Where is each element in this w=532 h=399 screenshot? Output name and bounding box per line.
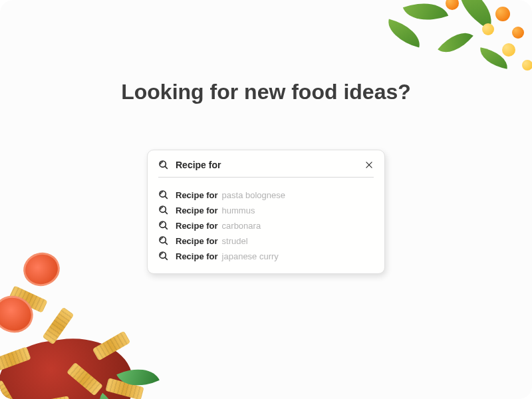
svg-line-5 (165, 196, 167, 198)
search-icon (158, 190, 169, 200)
suggestions-list: Recipe for pasta bolognese Recipe for hu… (158, 190, 374, 265)
decor-top-right (379, 0, 532, 93)
svg-line-1 (165, 166, 167, 168)
suggestion-item[interactable]: Recipe for strudel (158, 235, 374, 246)
clear-icon[interactable] (364, 160, 374, 170)
search-input-row (158, 160, 374, 178)
page-container: Looking for new food ideas? (0, 0, 532, 399)
search-icon (158, 160, 169, 170)
suggestion-prefix: Recipe for (176, 251, 218, 261)
svg-line-11 (165, 242, 167, 244)
svg-line-13 (165, 257, 167, 259)
search-icon (158, 251, 169, 261)
search-input[interactable] (176, 160, 364, 170)
suggestion-item[interactable]: Recipe for japanese curry (158, 251, 374, 261)
search-icon (158, 205, 169, 215)
suggestion-term: hummus (222, 205, 255, 215)
suggestion-prefix: Recipe for (176, 221, 218, 231)
suggestion-term: strudel (222, 236, 248, 246)
svg-line-9 (165, 227, 167, 229)
search-icon (158, 220, 169, 231)
suggestion-prefix: Recipe for (176, 190, 218, 200)
page-title: Looking for new food ideas? (121, 80, 411, 104)
search-dropdown: Recipe for pasta bolognese Recipe for hu… (147, 150, 385, 274)
svg-line-7 (165, 211, 167, 213)
suggestion-item[interactable]: Recipe for pasta bolognese (158, 190, 374, 200)
suggestion-term: carbonara (222, 221, 261, 231)
suggestion-item[interactable]: Recipe for carbonara (158, 220, 374, 231)
suggestion-prefix: Recipe for (176, 236, 218, 246)
search-icon (158, 235, 169, 246)
suggestion-item[interactable]: Recipe for hummus (158, 205, 374, 215)
suggestion-term: japanese curry (222, 251, 279, 261)
suggestion-prefix: Recipe for (176, 205, 218, 215)
suggestion-term: pasta bolognese (222, 190, 285, 200)
